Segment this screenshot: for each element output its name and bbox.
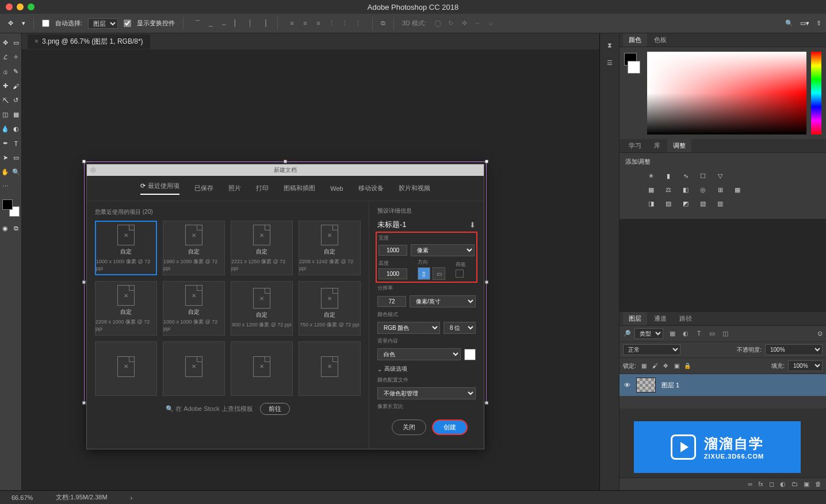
preset-item[interactable]: ✕ bbox=[231, 341, 293, 396]
overlap-icon[interactable]: ⧉ bbox=[381, 20, 385, 27]
resolution-input[interactable] bbox=[377, 296, 406, 307]
advanced-toggle[interactable]: ⌄高级选项 bbox=[377, 365, 476, 373]
history-panel-icon[interactable]: ⧗ bbox=[607, 41, 612, 49]
show-transform-checkbox[interactable] bbox=[124, 20, 131, 27]
distribute-right-icon[interactable]: ⋮ bbox=[353, 18, 364, 29]
handle-l[interactable] bbox=[82, 280, 86, 284]
close-button[interactable]: 关闭 bbox=[392, 420, 426, 435]
lasso-tool[interactable]: 𝓛 bbox=[0, 50, 11, 64]
filter-toggle[interactable]: ⊙ bbox=[817, 330, 823, 337]
preset-item[interactable]: ✕自定800 x 1200 像素 @ 72 ppi bbox=[231, 281, 293, 336]
document-tab[interactable]: × 3.png @ 66.7% (图层 1, RGB/8*) bbox=[28, 34, 150, 49]
status-chevron-icon[interactable]: › bbox=[131, 494, 133, 501]
handle-tl[interactable] bbox=[82, 160, 86, 163]
filter-smart-icon[interactable]: ◫ bbox=[721, 329, 730, 338]
tab-swatches[interactable]: 色板 bbox=[648, 33, 672, 47]
dodge-tool[interactable]: ◐ bbox=[11, 122, 22, 136]
align-hcenter-icon[interactable]: │ bbox=[244, 17, 256, 29]
width-input[interactable] bbox=[378, 245, 407, 256]
tab-layers[interactable]: 图层 bbox=[623, 312, 647, 325]
preset-item[interactable]: ✕ bbox=[163, 341, 225, 396]
distribute-hcenter-icon[interactable]: ⋮ bbox=[339, 18, 351, 29]
handle-bl[interactable] bbox=[82, 401, 86, 405]
delete-layer-icon[interactable]: 🗑 bbox=[815, 480, 821, 488]
shape-tool[interactable]: ▭ bbox=[11, 151, 22, 165]
eyedropper-tool[interactable]: ✎ bbox=[11, 64, 22, 79]
lock-all-icon[interactable]: 🔒 bbox=[683, 363, 692, 369]
resolution-unit-select[interactable]: 像素/英寸 bbox=[410, 295, 476, 307]
tab-adjustments[interactable]: 调整 bbox=[667, 139, 691, 152]
zoom-window-button[interactable] bbox=[28, 3, 35, 10]
tab-mobile[interactable]: 移动设备 bbox=[358, 182, 384, 195]
height-input[interactable] bbox=[378, 268, 407, 279]
path-select-tool[interactable]: ➤ bbox=[0, 151, 11, 165]
filter-pixel-icon[interactable]: ▦ bbox=[668, 329, 677, 338]
create-button[interactable]: 创建 bbox=[432, 420, 468, 435]
history-brush-tool[interactable]: ↺ bbox=[11, 93, 22, 107]
selective-icon[interactable]: ▧ bbox=[698, 198, 708, 209]
new-fill-icon[interactable]: ◐ bbox=[780, 480, 786, 488]
preset-item[interactable]: ✕自定2208 x 1000 像素 @ 72 ppi bbox=[95, 281, 157, 336]
brightness-icon[interactable]: ☀ bbox=[646, 171, 656, 181]
doc-name-field[interactable]: 未标题-1 bbox=[377, 220, 407, 230]
layer-thumbnail[interactable] bbox=[636, 378, 656, 393]
more-tools[interactable]: ⋯ bbox=[0, 179, 11, 194]
new-layer-icon[interactable]: ▣ bbox=[804, 480, 809, 488]
layer-mask-icon[interactable]: ◻ bbox=[769, 480, 774, 488]
opacity-select[interactable]: 100% bbox=[765, 344, 823, 355]
marquee-tool[interactable]: ▭ bbox=[11, 36, 22, 50]
handle-tr[interactable] bbox=[485, 160, 488, 163]
brush-tool[interactable]: 🖌 bbox=[11, 79, 22, 93]
dialog-close-dot[interactable] bbox=[90, 167, 96, 173]
tab-channels[interactable]: 通道 bbox=[648, 312, 672, 325]
blur-tool[interactable]: 💧 bbox=[0, 122, 11, 136]
tab-art[interactable]: 图稿和插图 bbox=[284, 182, 315, 195]
distribute-bottom-icon[interactable]: ≡ bbox=[313, 17, 324, 29]
lock-transparency-icon[interactable]: ▦ bbox=[640, 363, 649, 369]
canvas[interactable]: 新建文档 ⟳ 最近使用项 已保存 照片 打印 图稿和插图 Web 移动设备 胶片… bbox=[22, 49, 599, 490]
gradient-tool[interactable]: ▦ bbox=[11, 107, 22, 122]
layer-name[interactable]: 图层 1 bbox=[661, 381, 679, 390]
preset-item[interactable]: ✕自定2221 x 1250 像素 @ 72 ppi bbox=[231, 221, 293, 275]
align-bottom-icon[interactable]: ⎽ bbox=[218, 17, 230, 29]
hue-icon[interactable]: ▦ bbox=[646, 184, 656, 195]
handle-r[interactable] bbox=[485, 280, 488, 284]
auto-select-target-select[interactable]: 图层 bbox=[88, 18, 118, 29]
background-select[interactable]: 白色 bbox=[377, 348, 461, 360]
new-group-icon[interactable]: 🗀 bbox=[791, 480, 798, 488]
eraser-tool[interactable]: ◫ bbox=[0, 107, 11, 122]
visibility-icon[interactable]: 👁 bbox=[624, 382, 630, 388]
tab-film[interactable]: 胶片和视频 bbox=[399, 182, 430, 195]
artboard-checkbox[interactable] bbox=[456, 270, 464, 278]
foreground-swatch[interactable] bbox=[2, 199, 13, 210]
tab-web[interactable]: Web bbox=[330, 182, 343, 195]
workspace-icon[interactable]: ▭▾ bbox=[800, 20, 809, 27]
status-zoom[interactable]: 66.67% bbox=[12, 494, 33, 501]
tab-recent[interactable]: ⟳ 最近使用项 bbox=[140, 182, 179, 195]
filter-kind-select[interactable]: 类型 bbox=[634, 328, 663, 339]
minimize-window-button[interactable] bbox=[17, 3, 24, 10]
tab-color[interactable]: 颜色 bbox=[623, 33, 647, 47]
color-field[interactable] bbox=[647, 52, 806, 134]
close-tab-icon[interactable]: × bbox=[35, 37, 39, 45]
background-color-swatch[interactable] bbox=[464, 349, 476, 360]
invert-icon[interactable]: ◨ bbox=[646, 198, 656, 209]
lock-position-icon[interactable]: ✥ bbox=[661, 363, 670, 369]
filter-adjust-icon[interactable]: ◐ bbox=[681, 329, 690, 338]
vibrance-icon[interactable]: ▽ bbox=[715, 171, 725, 181]
blend-mode-select[interactable]: 正常 bbox=[623, 344, 680, 355]
dialog-titlebar[interactable]: 新建文档 bbox=[87, 164, 484, 176]
panel-bg-swatch[interactable] bbox=[628, 61, 640, 74]
tab-paths[interactable]: 路径 bbox=[674, 312, 698, 325]
layer-row[interactable]: 👁 图层 1 bbox=[620, 374, 826, 396]
threshold-icon[interactable]: ◩ bbox=[680, 198, 691, 209]
posterize-icon[interactable]: ▨ bbox=[663, 198, 674, 209]
gradient-map-icon[interactable]: ▥ bbox=[715, 198, 725, 209]
lut-icon[interactable]: ▦ bbox=[732, 184, 743, 195]
hand-tool[interactable]: ✋ bbox=[0, 165, 11, 179]
quickmask-tool[interactable]: ◉ bbox=[0, 221, 11, 236]
exposure-icon[interactable]: ☐ bbox=[698, 171, 708, 181]
distribute-top-icon[interactable]: ≡ bbox=[286, 17, 297, 29]
status-docinfo[interactable]: 文档:1.95M/2.38M bbox=[56, 493, 107, 502]
photo-filter-icon[interactable]: ◎ bbox=[698, 184, 708, 195]
